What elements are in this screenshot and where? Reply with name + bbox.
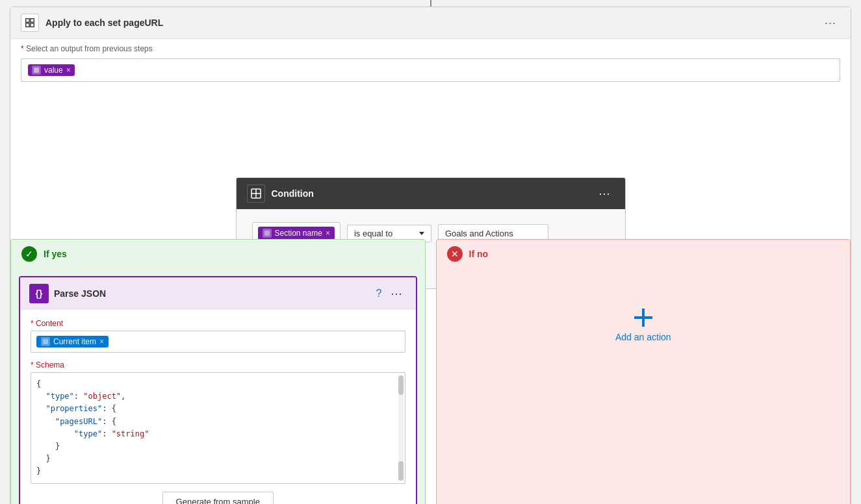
content-field-row: * Content Current item	[31, 319, 405, 353]
apply-each-more-button[interactable]: ···	[821, 15, 840, 31]
value-tag-icon	[32, 66, 41, 75]
apply-each-title: Apply to each set pageURL	[45, 18, 163, 28]
parse-json-more-button[interactable]: ···	[387, 286, 406, 302]
schema-scrollbar-bottom[interactable]	[398, 461, 404, 481]
if-yes-icon: ✓	[21, 246, 37, 262]
main-canvas: Apply to each set pageURL ··· * Select a…	[0, 0, 861, 504]
svg-rect-11	[634, 316, 652, 319]
add-action-button[interactable]: Add an action	[615, 332, 671, 342]
operator-text: is equal to	[354, 229, 392, 238]
section-name-text: Section name	[275, 229, 322, 238]
value-tag: value ×	[28, 64, 75, 76]
apply-each-icon	[21, 14, 39, 32]
parse-json-body: * Content Current item	[20, 310, 416, 504]
parse-json-actions: ? ···	[376, 286, 407, 302]
apply-each-header: Apply to each set pageURL ···	[10, 7, 851, 39]
if-no-header: ✕ If no	[437, 240, 851, 268]
if-yes-title: If yes	[44, 249, 67, 259]
parse-json-title: Parse JSON	[54, 288, 106, 299]
current-item-icon	[41, 337, 50, 346]
if-no-icon: ✕	[447, 246, 463, 262]
apply-each-container: Apply to each set pageURL ··· * Select a…	[10, 6, 851, 504]
branches-row: ✓ If yes {} Parse JSON ?	[10, 239, 851, 504]
if-yes-header: ✓ If yes	[11, 240, 425, 268]
condition-icon	[247, 184, 265, 203]
current-item-text: Current item	[53, 337, 96, 346]
value-tag-text: value	[44, 66, 63, 75]
schema-editor[interactable]: { "type": "object", "properties": { "pag…	[31, 372, 405, 484]
parse-json-help-button[interactable]: ?	[376, 288, 382, 299]
svg-rect-1	[31, 19, 34, 22]
add-action-area: Add an action	[437, 268, 851, 381]
content-input[interactable]: Current item ×	[31, 331, 405, 353]
svg-rect-8	[264, 231, 270, 236]
current-item-close[interactable]: ×	[99, 337, 104, 346]
select-output-label: * Select an output from previous steps	[10, 39, 851, 56]
generate-from-sample-button[interactable]: Generate from sample	[162, 492, 274, 505]
asterisk: *	[21, 44, 26, 53]
if-yes-branch: ✓ If yes {} Parse JSON ?	[10, 239, 426, 504]
current-item-tag: Current item ×	[36, 336, 109, 347]
svg-rect-4	[34, 68, 39, 73]
schema-field-row: * Schema { "type": "object", "properties…	[31, 360, 405, 484]
if-no-branch: ✕ If no Add an action	[436, 239, 851, 504]
section-tag-close[interactable]: ×	[326, 229, 330, 238]
section-tag-icon	[263, 229, 272, 238]
chevron-down-icon	[419, 232, 424, 235]
schema-label: * Schema	[31, 360, 405, 370]
content-label: * Content	[31, 319, 405, 328]
svg-rect-0	[26, 19, 29, 22]
value-input-area[interactable]: value ×	[21, 58, 840, 82]
condition-title: Condition	[272, 188, 314, 199]
parse-json-icon: {}	[29, 284, 49, 303]
section-name-tag: Section name ×	[258, 227, 335, 240]
apply-each-title-group: Apply to each set pageURL	[21, 14, 163, 32]
schema-scrollbar-thumb[interactable]	[398, 375, 404, 395]
parse-json-title-group: {} Parse JSON	[29, 284, 106, 303]
svg-rect-3	[31, 23, 34, 27]
parse-json-card: {} Parse JSON ? ··· * Content	[19, 276, 417, 504]
svg-rect-9	[43, 339, 48, 344]
value-tag-close[interactable]: ×	[66, 66, 71, 75]
condition-more-button[interactable]: ···	[595, 186, 614, 202]
parse-json-header: {} Parse JSON ? ···	[20, 277, 416, 310]
condition-header: Condition ···	[237, 178, 625, 209]
condition-title-group: Condition	[247, 184, 314, 203]
svg-rect-2	[26, 23, 29, 27]
if-no-title: If no	[469, 249, 489, 259]
